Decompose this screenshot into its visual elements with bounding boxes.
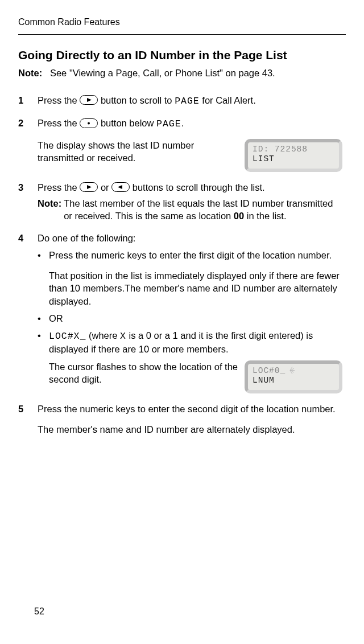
- bullet-dot-icon: •: [38, 249, 43, 307]
- bullet-dot-icon: •: [38, 312, 43, 325]
- step-body: Press the or buttons to scroll through t…: [38, 177, 346, 227]
- bullet-result: That position in the list is immediately…: [49, 269, 342, 307]
- right-arrow-button-icon: [80, 95, 98, 105]
- note-body: in the list.: [244, 211, 286, 221]
- bullet-text: (where: [86, 330, 120, 341]
- step-row: 4 Do one of the following: • Press the n…: [18, 227, 346, 398]
- svg-marker-0: [87, 98, 92, 102]
- step-text: buttons to scroll through the list.: [130, 182, 265, 192]
- note-bold: 00: [234, 211, 244, 221]
- svg-point-1: [88, 122, 90, 124]
- code-text: PAGE: [175, 96, 200, 106]
- step-body: Press the numeric keys to enter the seco…: [38, 398, 346, 441]
- step-text: Do one of the following:: [38, 232, 342, 244]
- top-note: Note: See "Viewing a Page, Call, or Phon…: [18, 67, 346, 79]
- svg-marker-3: [118, 185, 122, 189]
- step-number: 2: [18, 112, 38, 176]
- display-line-2: LIST: [253, 154, 275, 163]
- step-row: 2 Press the button below PAGE. The displ…: [18, 112, 346, 176]
- note-label: Note:: [18, 68, 42, 78]
- bullet-text: Press the numeric keys to enter the firs…: [49, 249, 342, 261]
- running-header: Common Radio Features: [18, 16, 346, 28]
- step-text: Press the: [38, 118, 80, 128]
- code-text: PAGE: [156, 118, 181, 129]
- step-row: 3 Press the or buttons to scroll through…: [18, 177, 346, 227]
- bullet-item: • Press the numeric keys to enter the fi…: [38, 249, 342, 307]
- code-text: X: [120, 331, 126, 342]
- left-arrow-button-icon: [111, 182, 130, 192]
- display-line-2: LNUM: [253, 376, 275, 385]
- step-body: Press the button to scroll to PAGE for C…: [38, 89, 346, 112]
- radio-display: ID: 722588 LIST: [245, 139, 342, 172]
- radio-display: LOC#0_ LNUM: [245, 360, 342, 393]
- step-row: 1 Press the button to scroll to PAGE for…: [18, 89, 346, 112]
- step-text: or: [98, 182, 111, 192]
- steps-table: 1 Press the button to scroll to PAGE for…: [18, 89, 346, 440]
- step-text: button below: [98, 118, 156, 128]
- step-subnote: Note: The last member of the list equals…: [38, 197, 342, 223]
- bullet-item: • LOC#X_ (where X is a 0 or a 1 and it i…: [38, 329, 342, 393]
- step-result: The display shows the last ID number tra…: [38, 139, 238, 165]
- step-body: Do one of the following: • Press the num…: [38, 227, 346, 398]
- step-text: Press the: [38, 182, 80, 192]
- page-number: 52: [34, 605, 44, 618]
- note-body: The last member of the list equals the l…: [64, 198, 333, 221]
- step-number: 3: [18, 177, 38, 227]
- step-text: button to scroll to: [98, 95, 175, 105]
- step-result: The member's name and ID number are alte…: [38, 423, 342, 436]
- step-row: 5 Press the numeric keys to enter the se…: [18, 398, 346, 441]
- bullet-dot-icon: •: [38, 329, 43, 393]
- step-body: Press the button below PAGE. The display…: [38, 112, 346, 176]
- cursor-flash-icon: [286, 367, 295, 374]
- step-text: for Call Alert.: [200, 95, 256, 105]
- bullet-item: • OR: [38, 312, 342, 325]
- bullet-text: OR: [49, 312, 342, 325]
- step-number: 1: [18, 89, 38, 112]
- step-number: 5: [18, 398, 38, 441]
- step-text: Press the numeric keys to enter the seco…: [38, 403, 342, 415]
- header-rule: [18, 34, 346, 35]
- step-text: .: [181, 118, 184, 128]
- display-line-1: ID: 722588: [253, 145, 334, 154]
- code-text: LOC#X_: [49, 331, 86, 342]
- bullet-result: The cursor flashes to show the location …: [49, 360, 238, 386]
- svg-marker-2: [87, 185, 92, 189]
- step-text: Press the: [38, 95, 80, 105]
- dot-button-icon: [80, 118, 98, 128]
- step-number: 4: [18, 227, 38, 398]
- display-line-1: LOC#0_: [253, 366, 286, 375]
- page-title: Going Directly to an ID Number in the Pa…: [18, 47, 346, 63]
- right-arrow-button-icon: [80, 182, 98, 192]
- note-body: See "Viewing a Page, Call, or Phone List…: [50, 68, 275, 78]
- note-label: Note:: [38, 197, 61, 223]
